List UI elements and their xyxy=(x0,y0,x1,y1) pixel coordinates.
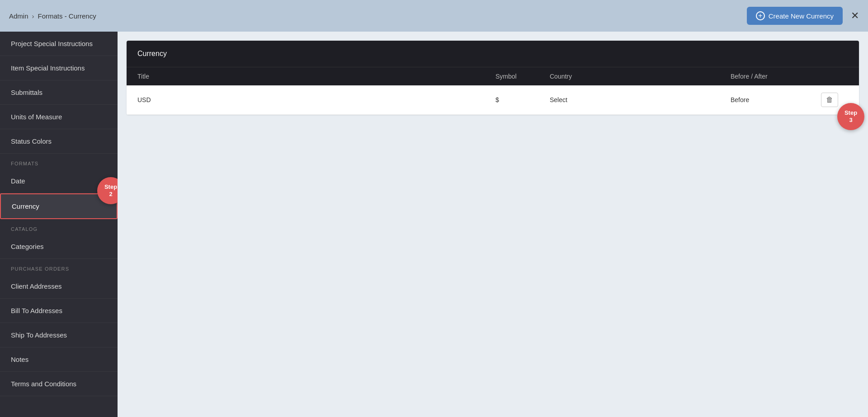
table-header: Title Symbol Country Before / After xyxy=(127,67,859,85)
column-actions xyxy=(821,73,848,80)
sidebar-item-label: Units of Measure xyxy=(11,113,62,121)
plus-circle-icon: + xyxy=(756,11,765,20)
cell-before-after: Before xyxy=(731,96,821,103)
step-label: Step xyxy=(844,109,857,117)
sidebar-item-bill-to-addresses[interactable]: Bill To Addresses xyxy=(0,299,118,323)
cell-country: Select xyxy=(550,96,731,103)
sidebar-item-label: Ship To Addresses xyxy=(11,331,67,339)
card-header: Currency xyxy=(127,41,859,67)
sidebar-item-label: Currency xyxy=(12,202,39,210)
sidebar-item-client-addresses[interactable]: Client Addresses xyxy=(0,274,118,299)
formats-section-label: FORMATS xyxy=(0,154,118,169)
catalog-section-label: CATALOG xyxy=(0,219,118,234)
sidebar-item-label: Terms and Conditions xyxy=(11,380,76,388)
column-country: Country xyxy=(550,73,731,80)
main-content: Currency Title Symbol Country Before / A… xyxy=(118,32,868,417)
breadcrumb-admin[interactable]: Admin xyxy=(9,12,28,20)
sidebar-item-units-of-measure[interactable]: Units of Measure xyxy=(0,105,118,129)
sidebar-item-terms-and-conditions[interactable]: Terms and Conditions xyxy=(0,372,118,396)
step-number: 2 xyxy=(109,191,112,198)
card-title: Currency xyxy=(137,50,167,57)
sidebar-item-label: Date xyxy=(11,177,25,185)
sidebar-item-label: Client Addresses xyxy=(11,282,62,290)
step-label: Step xyxy=(104,183,117,191)
sidebar-item-notes[interactable]: Notes xyxy=(0,347,118,372)
sidebar-item-project-special-instructions[interactable]: Project Special Instructions xyxy=(0,32,118,56)
sidebar-item-ship-to-addresses[interactable]: Ship To Addresses xyxy=(0,323,118,347)
sidebar: Project Special Instructions Item Specia… xyxy=(0,32,118,417)
close-button[interactable]: ✕ xyxy=(851,10,859,22)
step-3-badge: Step 3 xyxy=(837,103,864,130)
sidebar-item-label: Submittals xyxy=(11,89,42,96)
header-right: + Create New Currency ✕ xyxy=(747,7,859,25)
breadcrumb: Admin › Formats - Currency xyxy=(9,12,96,20)
cell-title: USD xyxy=(137,96,495,103)
table-row: USD $ Select Before 🗑 xyxy=(127,85,859,115)
sidebar-item-label: Project Special Instructions xyxy=(11,40,93,47)
header: Admin › Formats - Currency + Create New … xyxy=(0,0,868,32)
sidebar-item-label: Item Special Instructions xyxy=(11,64,85,72)
delete-button[interactable]: 🗑 xyxy=(821,93,838,107)
sidebar-item-categories[interactable]: Categories xyxy=(0,234,118,259)
create-new-currency-button[interactable]: + Create New Currency xyxy=(747,7,843,25)
sidebar-item-label: Status Colors xyxy=(11,137,52,145)
sidebar-item-label: Notes xyxy=(11,356,28,363)
currency-card: Currency Title Symbol Country Before / A… xyxy=(127,41,859,115)
sidebar-item-status-colors[interactable]: Status Colors xyxy=(0,129,118,154)
purchase-orders-section-label: PURCHASE ORDERS xyxy=(0,259,118,274)
sidebar-item-item-special-instructions[interactable]: Item Special Instructions xyxy=(0,56,118,80)
breadcrumb-page: Formats - Currency xyxy=(38,12,96,20)
create-button-label: Create New Currency xyxy=(769,12,834,20)
column-title: Title xyxy=(137,73,495,80)
step-number: 3 xyxy=(849,117,852,124)
column-symbol: Symbol xyxy=(495,73,550,80)
trash-icon: 🗑 xyxy=(826,96,833,104)
column-before-after: Before / After xyxy=(731,73,821,80)
breadcrumb-separator: › xyxy=(32,12,34,20)
sidebar-item-submittals[interactable]: Submittals xyxy=(0,80,118,105)
sidebar-item-label: Bill To Addresses xyxy=(11,307,62,314)
sidebar-item-label: Categories xyxy=(11,243,44,250)
layout: Project Special Instructions Item Specia… xyxy=(0,32,868,417)
cell-symbol: $ xyxy=(495,96,550,103)
